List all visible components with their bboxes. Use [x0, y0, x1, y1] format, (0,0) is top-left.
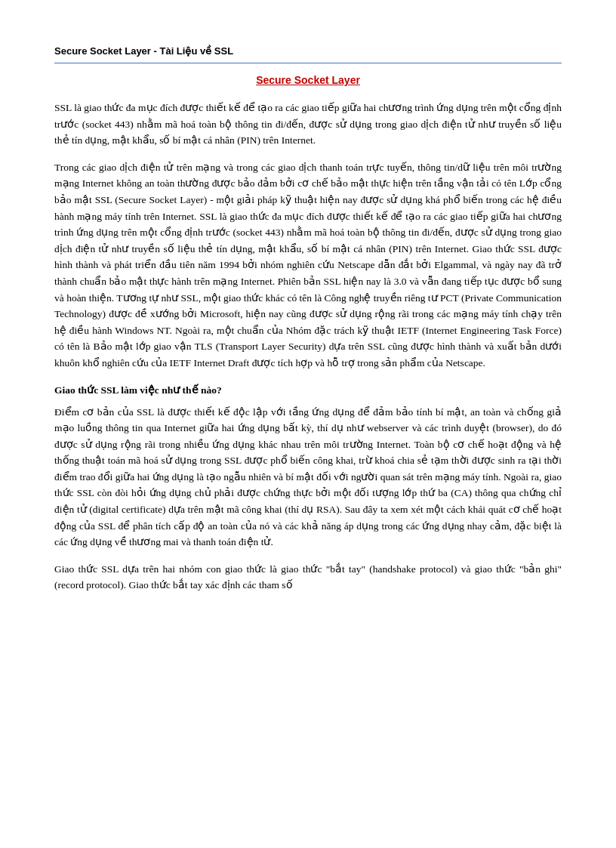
- breadcrumb: Secure Socket Layer - Tài Liệu về SSL: [54, 45, 562, 57]
- breadcrumb-text: Secure Socket Layer - Tài Liệu về SSL: [54, 45, 233, 57]
- divider: [54, 63, 562, 63]
- page-container: Secure Socket Layer - Tài Liệu về SSL Se…: [0, 0, 616, 848]
- paragraph-3: Điểm cơ bản của SSL là được thiết kế độc…: [54, 404, 562, 550]
- page-title: Secure Socket Layer: [54, 74, 562, 86]
- paragraph-4: Giao thức SSL dựa trên hai nhóm con giao…: [54, 561, 562, 594]
- paragraph-1: SSL là giao thức đa mục đích được thiết …: [54, 100, 562, 149]
- paragraph-2: Trong các giao dịch điện tử trên mạng và…: [54, 159, 562, 372]
- section-heading-1: Giao thức SSL làm việc như thế nào?: [54, 384, 562, 396]
